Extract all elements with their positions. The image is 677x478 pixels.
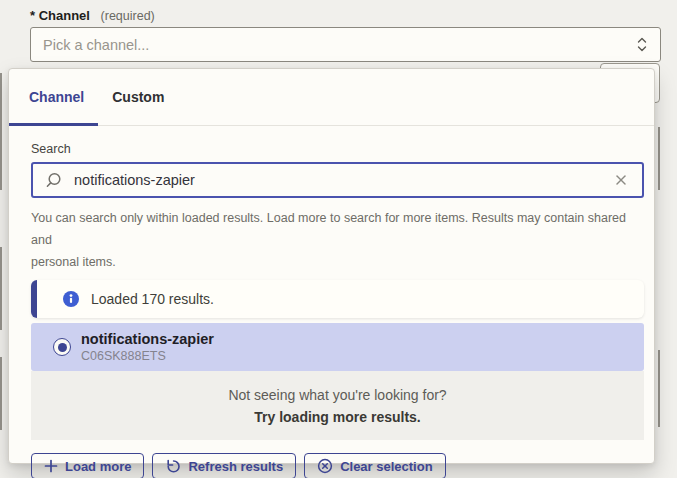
plus-icon — [44, 459, 58, 473]
background-field-border — [0, 247, 2, 330]
chevron-up-down-icon — [636, 36, 648, 53]
search-label: Search — [31, 142, 644, 156]
channel-dropdown-panel: Channel Custom Search You can — [8, 68, 655, 464]
dropdown-actions: Load more Refresh results — [31, 453, 644, 478]
clear-selection-button[interactable]: Clear selection — [304, 453, 446, 478]
result-id: C06SK888ETS — [81, 348, 214, 364]
tab-channel-label: Channel — [29, 89, 84, 105]
clear-circle-icon — [317, 458, 333, 474]
channel-label-text: * Channel — [30, 8, 90, 23]
alert-text: Loaded 170 results. — [91, 291, 214, 307]
search-help-line1: You can search only within loaded result… — [31, 207, 644, 251]
load-more-hint-line1: Not seeing what you're looking for? — [228, 384, 446, 406]
load-more-hint-box: Not seeing what you're looking for? Try … — [31, 371, 644, 440]
required-hint: (required) — [101, 9, 155, 23]
tab-custom-label: Custom — [112, 89, 164, 105]
background-field-border — [0, 357, 2, 430]
refresh-icon — [165, 458, 181, 474]
info-icon — [63, 291, 79, 307]
channel-select[interactable]: Pick a channel... — [30, 27, 661, 62]
tab-channel[interactable]: Channel — [9, 69, 98, 125]
search-help-text: You can search only within loaded result… — [31, 207, 644, 273]
result-name: notifications-zapier — [81, 330, 214, 348]
load-more-label: Load more — [65, 459, 131, 474]
channel-field-label: * Channel (required) — [30, 8, 155, 23]
search-input[interactable] — [72, 171, 612, 189]
refresh-results-label: Refresh results — [188, 459, 283, 474]
result-row-notifications-zapier[interactable]: notifications-zapier C06SK888ETS — [31, 323, 644, 371]
background-field-border — [658, 127, 660, 190]
background-field-border — [0, 73, 2, 190]
clear-search-icon[interactable] — [612, 171, 630, 189]
clear-selection-label: Clear selection — [340, 459, 433, 474]
loaded-results-alert: Loaded 170 results. — [31, 280, 644, 318]
dropdown-tabs: Channel Custom — [9, 69, 654, 126]
search-help-line2: personal items. — [31, 251, 644, 273]
refresh-results-button[interactable]: Refresh results — [152, 453, 296, 478]
search-input-container — [31, 162, 644, 198]
radio-selected-icon[interactable] — [53, 338, 71, 356]
dropdown-content: Search You can search only within loaded… — [9, 126, 654, 478]
page: { "channel_field": { "label": "* Channel… — [0, 0, 677, 478]
tab-custom[interactable]: Custom — [98, 69, 178, 125]
load-more-hint-line2: Try loading more results. — [254, 406, 421, 428]
background-field-border — [658, 350, 660, 427]
alert-accent-bar — [31, 280, 37, 318]
search-icon — [45, 172, 62, 189]
load-more-button[interactable]: Load more — [31, 453, 144, 478]
channel-select-placeholder: Pick a channel... — [43, 37, 149, 53]
